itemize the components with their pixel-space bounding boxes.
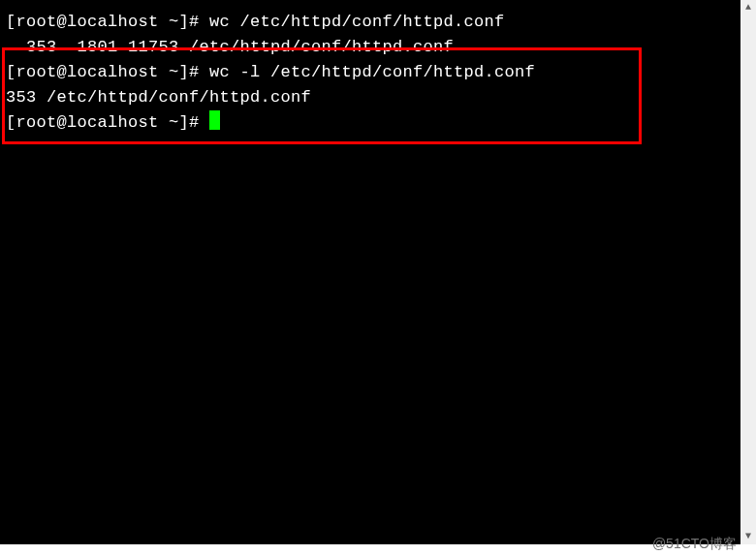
shell-command: wc -l /etc/httpd/conf/httpd.conf: [209, 63, 535, 81]
shell-prompt: [root@localhost ~]#: [6, 13, 209, 31]
terminal-line: [root@localhost ~]# wc -l /etc/httpd/con…: [6, 60, 735, 85]
shell-prompt: [root@localhost ~]#: [6, 113, 209, 132]
shell-prompt: [root@localhost ~]#: [6, 63, 209, 81]
shell-command: wc /etc/httpd/conf/httpd.conf: [209, 13, 505, 31]
terminal-line: [root@localhost ~]#: [6, 110, 735, 136]
terminal-output: 353 1801 11753 /etc/httpd/conf/httpd.con…: [6, 35, 735, 60]
watermark-text: @51CTO博客: [652, 536, 737, 553]
cursor-icon: [209, 110, 220, 130]
terminal-output: 353 /etc/httpd/conf/httpd.conf: [6, 85, 735, 110]
scroll-down-button[interactable]: ▼: [740, 529, 756, 544]
scroll-up-button[interactable]: ▲: [740, 0, 756, 15]
terminal-window[interactable]: [root@localhost ~]# wc /etc/httpd/conf/h…: [0, 0, 740, 544]
terminal-line: [root@localhost ~]# wc /etc/httpd/conf/h…: [6, 10, 735, 35]
scrollbar-track[interactable]: [740, 0, 756, 544]
